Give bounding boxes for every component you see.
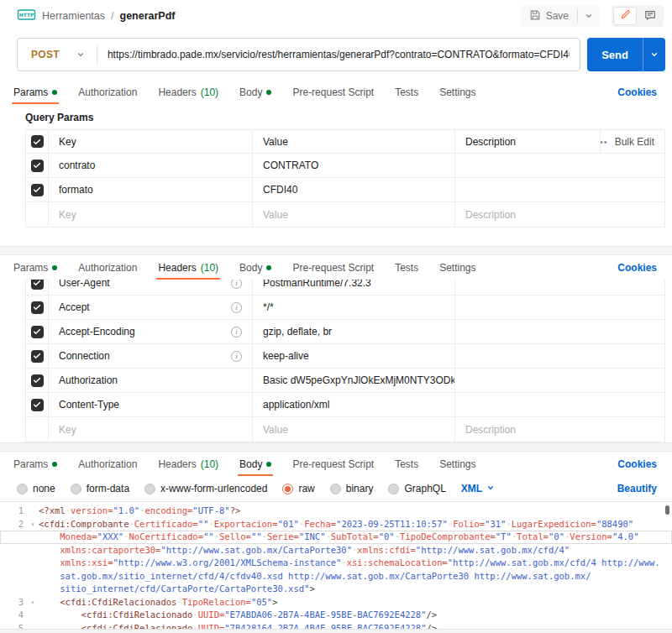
tab-settings[interactable]: Settings (438, 80, 477, 104)
method-selector[interactable]: POST (18, 39, 97, 71)
save-button[interactable]: Save (521, 5, 577, 27)
tab-body[interactable]: Body (238, 255, 273, 280)
description-cell[interactable]: Description (455, 130, 601, 153)
description-cell[interactable] (455, 296, 664, 319)
tab-params[interactable]: Params (12, 452, 59, 476)
fold-arrow-icon[interactable]: ▾ (27, 596, 39, 609)
description-cell[interactable] (455, 280, 664, 295)
description-cell[interactable] (455, 320, 664, 343)
tab-settings[interactable]: Settings (438, 452, 477, 476)
row-checkbox[interactable] (31, 399, 44, 411)
comments-button[interactable] (638, 7, 662, 25)
value-cell[interactable]: Value (253, 202, 455, 227)
value-cell[interactable]: application/xml (253, 393, 455, 416)
body-mode-x-www-form-urlencoded[interactable]: x-www-form-urlencoded (144, 483, 267, 494)
body-mode-graphql[interactable]: GraphQL (388, 483, 445, 494)
language-selector[interactable]: XML (461, 483, 495, 494)
code-line[interactable]: Moneda="XXX"·NoCertificado=""·Sello=""·S… (0, 531, 672, 544)
tab-body[interactable]: Body (238, 80, 273, 104)
value-cell[interactable]: Value (253, 130, 455, 153)
row-checkbox[interactable] (31, 184, 44, 196)
editor-scrollbar[interactable] (665, 505, 669, 515)
tab-pre-request-script[interactable]: Pre-request Script (291, 80, 375, 104)
value-cell[interactable]: Basic dW5peGxpYnJlOkExMjM0NTY3ODkwJ... (253, 369, 455, 392)
tab-pre-request-script[interactable]: Pre-request Script (291, 452, 375, 476)
code-line[interactable]: xmlns:cartaporte30="http://www.sat.gob.m… (0, 544, 672, 557)
row-checkbox[interactable] (31, 135, 44, 148)
key-cell[interactable]: Authorization (49, 369, 253, 392)
description-cell[interactable]: Description (455, 202, 664, 227)
value-cell[interactable]: keep-alive (253, 344, 455, 368)
value-cell[interactable]: CONTRATO (253, 154, 455, 177)
description-cell[interactable]: Description (455, 417, 664, 442)
more-options-icon[interactable]: ••• (601, 137, 608, 147)
cookies-link[interactable]: Cookies (617, 262, 657, 274)
code-line[interactable]: 2▾<cfdi:Comprobante·Certificado=""·Expor… (0, 518, 672, 531)
body-editor[interactable]: 1<?xml·version="1.0"·encoding="UTF-8"?>2… (0, 501, 672, 630)
key-cell[interactable]: formato (49, 178, 253, 201)
send-button[interactable]: Send (587, 38, 643, 71)
description-cell[interactable] (455, 369, 664, 392)
key-cell[interactable]: Key (49, 130, 253, 153)
tab-settings[interactable]: Settings (438, 255, 477, 280)
fold-arrow-icon[interactable]: ▾ (27, 518, 39, 531)
tab-params[interactable]: Params (12, 80, 59, 104)
documentation-edit-button[interactable] (613, 7, 637, 25)
code-line[interactable]: 1<?xml·version="1.0"·encoding="UTF-8"?> (0, 505, 672, 518)
description-cell[interactable] (455, 178, 664, 201)
code-line[interactable]: xmlns:xsi="http://www.w3.org/2001/XMLSch… (0, 557, 672, 570)
tab-tests[interactable]: Tests (393, 80, 420, 104)
tab-authorization[interactable]: Authorization (76, 452, 139, 476)
row-checkbox[interactable] (31, 374, 44, 387)
code-line[interactable]: sat.gob.mx/sitio_internet/cfd/4/cfdv40.x… (0, 570, 672, 583)
tab-headers[interactable]: Headers(10) (156, 452, 220, 476)
code-line[interactable]: sitio_internet/cfd/CartaPorte/CartaPorte… (0, 583, 672, 596)
code-line[interactable]: 5 <cfdi:CfdiRelacionado·UUID="7B428164-2… (0, 622, 672, 629)
code-line[interactable]: 3▾ <cfdi:CfdiRelacionados·TipoRelacion="… (0, 596, 672, 609)
bulk-edit-button[interactable]: •••Bulk Edit (601, 130, 664, 153)
row-checkbox[interactable] (31, 350, 44, 363)
tab-params[interactable]: Params (12, 255, 59, 280)
value-cell[interactable]: Value (253, 417, 455, 442)
body-mode-none[interactable]: none (17, 483, 55, 494)
value-cell[interactable]: gzip, deflate, br (253, 320, 455, 343)
code-line[interactable]: 4 <cfdi:CfdiRelacionado·UUID="E7ABDA06-2… (0, 609, 672, 622)
description-cell[interactable] (455, 344, 664, 368)
tab-pre-request-script[interactable]: Pre-request Script (291, 255, 375, 280)
tab-tests[interactable]: Tests (393, 255, 420, 280)
value-cell[interactable]: PostmanRuntime/7.32.3 (253, 280, 455, 295)
tab-headers[interactable]: Headers(10) (156, 255, 220, 280)
tab-body[interactable]: Body (238, 452, 273, 476)
key-cell[interactable]: Accept-Encodingi (49, 320, 253, 343)
value-cell[interactable]: CFDI40 (253, 178, 455, 201)
tab-headers[interactable]: Headers(10) (156, 80, 220, 104)
url-input[interactable] (97, 49, 580, 60)
row-checkbox[interactable] (31, 326, 44, 338)
send-options-caret[interactable] (643, 38, 665, 71)
key-cell[interactable]: Accepti (49, 296, 253, 319)
body-mode-form-data[interactable]: form-data (71, 483, 129, 494)
beautify-link[interactable]: Beautify (617, 483, 657, 494)
description-cell[interactable] (455, 393, 664, 416)
tab-authorization[interactable]: Authorization (76, 255, 139, 280)
key-cell[interactable]: Content-Type (49, 393, 253, 416)
row-checkbox[interactable] (31, 301, 44, 314)
breadcrumb-collection[interactable]: Herramientas (42, 10, 105, 22)
save-options-caret[interactable] (578, 5, 600, 27)
cookies-link[interactable]: Cookies (617, 458, 657, 470)
breadcrumb-request-name[interactable]: generarPdf (120, 10, 176, 22)
body-mode-binary[interactable]: binary (330, 483, 374, 494)
description-cell[interactable] (455, 154, 664, 177)
key-cell[interactable]: Connectioni (49, 344, 253, 368)
body-mode-raw[interactable]: raw (282, 483, 314, 494)
key-cell[interactable]: Key (49, 202, 253, 227)
tab-tests[interactable]: Tests (393, 452, 420, 476)
key-cell[interactable]: Key (49, 417, 253, 442)
cookies-link[interactable]: Cookies (617, 86, 657, 98)
row-checkbox[interactable] (31, 280, 44, 290)
row-checkbox[interactable] (31, 160, 44, 172)
key-cell[interactable]: contrato (49, 154, 253, 177)
value-cell[interactable]: */* (253, 296, 455, 319)
key-cell[interactable]: User-Agenti (49, 280, 253, 295)
tab-authorization[interactable]: Authorization (76, 80, 139, 104)
